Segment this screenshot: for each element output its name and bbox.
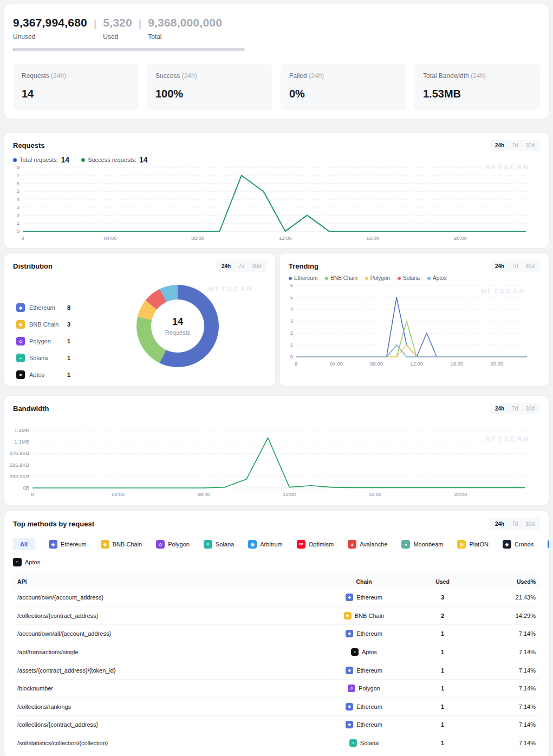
top-methods-time-filter: 24h7d30d [490,518,540,530]
donut-center-label: Requests [165,329,190,336]
chain-filter-solana[interactable]: ≡Solana [204,540,234,549]
svg-text:8: 8 [295,361,297,367]
requests-panel-title: Requests [13,141,45,149]
time-filter-30d[interactable]: 30d [522,262,538,270]
chain-filter-fantom[interactable]: FFantom [548,540,549,549]
api-path-cell: /collections/rankings [13,703,318,710]
chain-filter-optimism[interactable]: OPOptimism [297,540,334,549]
distribution-legend: ◆Ethereum8◆BNB Chain3◇Polygon1≡Solana1≈A… [16,303,97,387]
polygon-icon: ◇ [348,685,355,692]
chain-cell: ≡Solana [318,739,410,747]
credit-summary: 9,367,994,680 Unused | 5,320 Used | 9,36… [13,16,540,41]
ethereum-icon: ◆ [16,303,25,312]
trending-time-filter: 24h7d30d [490,260,540,272]
chain-filter-platon[interactable]: ◎PlatON [457,540,488,549]
chain-label: Polygon [29,338,67,344]
requests-line-chart: 012345678804:0008:0012:0016:0020:00 [4,164,531,251]
time-filter-7d[interactable]: 7d [509,520,521,528]
chain-request-count: 3 [67,321,70,328]
bnb-icon: ◆ [344,612,352,620]
time-filter-24h[interactable]: 24h [492,405,508,413]
svg-text:20:00: 20:00 [454,491,467,497]
api-path-cell: /collections/{contract_address} [13,612,318,619]
used-count-cell: 1 [410,667,475,674]
solana-icon: ≡ [16,354,25,362]
chain-cell: ◆Ethereum [318,667,410,674]
time-filter-24h[interactable]: 24h [492,520,508,528]
legend-label: Ethereum [294,275,317,281]
time-filter-7d[interactable]: 7d [509,405,521,413]
chain-filter-all[interactable]: All [13,538,35,550]
stat-label-period: (24h) [471,72,486,80]
platon-icon: ◎ [457,540,466,549]
distribution-time-filter: 24h7d30d [216,260,266,272]
used-pct-cell: 7.14% [475,685,540,692]
ethereum-icon: ◆ [49,540,57,549]
stat-label-text: Failed [289,72,309,80]
chip-label: Arbitrum [260,541,283,548]
time-filter-30d[interactable]: 30d [249,262,264,270]
bandwidth-line-chart: 0B293.0KB585.9KB878.9KB1.1MB1.4MB804:000… [4,425,531,504]
chain-filter-cronos[interactable]: ◆Cronos [503,540,534,549]
donut-center: 14 Requests [151,299,204,353]
chain-cell: ◇Polygon [318,685,410,692]
legend-dot-icon [427,277,431,280]
trending-legend-item: Polygon [365,275,390,281]
svg-text:16:00: 16:00 [368,491,381,497]
stat-label-text: Requests [22,72,51,80]
trending-panel: Trending 24h7d30d EthereumBNB ChainPolyg… [280,253,549,386]
solana-icon: ≡ [204,540,212,549]
stat-label-period: (24h) [51,72,66,80]
time-filter-24h[interactable]: 24h [218,262,234,270]
legend-dot-icon [13,158,17,162]
stat-card-label: Requests (24h) [22,72,130,80]
time-filter-24h[interactable]: 24h [492,141,508,149]
chain-filter-arbitrum[interactable]: ◉Arbitrum [248,540,283,549]
time-filter-30d[interactable]: 30d [522,405,538,413]
requests-time-filter: 24h7d30d [490,140,540,151]
polygon-icon: ◇ [156,540,165,549]
svg-text:878.9KB: 878.9KB [10,450,29,456]
svg-text:4: 4 [17,196,19,202]
svg-text:04:00: 04:00 [330,361,343,367]
time-filter-7d[interactable]: 7d [509,262,521,270]
chip-label: Ethereum [61,541,87,548]
chain-filter-bnb[interactable]: ◆BNB Chain [101,540,142,549]
chain-name: Ethereum [356,667,382,674]
time-filter-24h[interactable]: 24h [492,262,508,270]
chain-filter-avalanche[interactable]: ▲Avalanche [348,540,387,549]
chain-filter-row-2: ≈Aptos [4,550,549,566]
distribution-legend-item: ◆Ethereum8 [16,303,97,312]
chain-filter-aptos[interactable]: ≈Aptos [13,558,40,566]
total-credits-value: 9,368,000,000 [148,16,222,29]
svg-text:8: 8 [21,235,24,241]
chain-filter-polygon[interactable]: ◇Polygon [156,540,190,549]
legend-label: Polygon [370,275,390,281]
col-api: API [13,578,318,585]
line-series-ethereum [296,297,527,357]
chain-name: Ethereum [356,721,382,728]
line-series-total-requests [23,175,526,231]
chain-filter-moonbeam[interactable]: ●Moonbeam [401,540,443,549]
trending-legend-item: Aptos [427,275,447,281]
chain-cell: ◆Ethereum [318,721,410,728]
time-filter-7d[interactable]: 7d [235,262,248,270]
top-methods-title: Top methods by request [13,520,94,528]
legend-value: 14 [61,155,70,164]
svg-text:5: 5 [17,188,19,194]
fantom-icon: F [548,540,549,549]
trending-legend-item: BNB Chain [325,275,357,281]
chip-label: PlatON [469,541,488,548]
chain-request-count: 1 [67,372,70,378]
chain-filter-ethereum[interactable]: ◆Ethereum [49,540,87,549]
api-path-cell: /sol/statistics/collection/{collection} [13,740,318,746]
chain-label: Ethereum [29,304,67,311]
time-filter-30d[interactable]: 30d [522,520,538,528]
api-path-cell: /apt/transactions/single [13,649,318,655]
stat-label-text: Success [155,72,182,80]
distribution-legend-item: ◇Polygon1 [16,337,97,346]
time-filter-7d[interactable]: 7d [509,141,521,149]
time-filter-30d[interactable]: 30d [522,141,538,149]
table-row: /apt/transactions/single≈Aptos17.14% [13,643,540,662]
chip-label: Optimism [309,541,334,548]
